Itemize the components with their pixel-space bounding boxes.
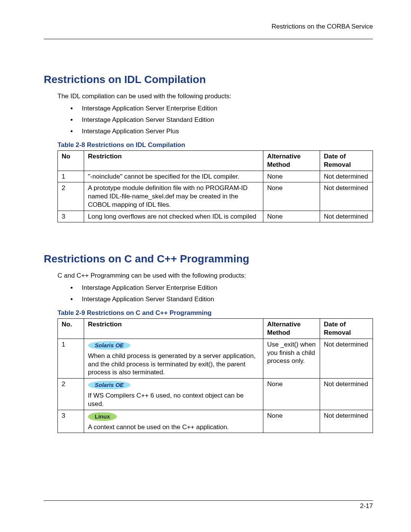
- page-footer: 2-17: [44, 500, 373, 510]
- cell-restriction: A prototype module definition file with …: [84, 182, 263, 211]
- cell-restriction: "-noinclude" cannot be specified for the…: [84, 171, 263, 182]
- cell-restriction: Long long overflows are not checked when…: [84, 211, 263, 222]
- restriction-text: When a child process is generated by a s…: [88, 352, 260, 377]
- th-no: No.: [58, 319, 84, 339]
- cell-date: Not determined: [320, 410, 373, 433]
- table-row: 3LinuxA context cannot be used on the C+…: [58, 410, 373, 433]
- solaris-badge-icon: Solaris OE: [88, 381, 131, 389]
- cell-no: 2: [58, 379, 84, 410]
- cell-no: 1: [58, 171, 84, 182]
- cell-date: Not determined: [320, 211, 373, 222]
- product-item: Interstage Application Server Plus: [70, 128, 373, 135]
- cell-restriction: Solaris OEWhen a child process is genera…: [84, 339, 263, 378]
- cell-restriction: LinuxA context cannot be used on the C++…: [84, 410, 263, 433]
- cell-date: Not determined: [320, 171, 373, 182]
- section1-intro: The IDL compilation can be used with the…: [57, 93, 373, 100]
- table-idl-restrictions: No Restriction Alternative Method Date o…: [57, 150, 373, 222]
- solaris-badge-icon: Solaris OE: [88, 341, 131, 350]
- th-no: No: [58, 151, 84, 171]
- table2-caption: Table 2-9 Restrictions on C and C++ Prog…: [57, 309, 373, 317]
- table-row: 2A prototype module definition file with…: [58, 182, 373, 211]
- th-alt: Alternative Method: [263, 151, 320, 171]
- table-row: 3Long long overflows are not checked whe…: [58, 211, 373, 222]
- cell-no: 2: [58, 182, 84, 211]
- product-item: Interstage Application Server Standard E…: [70, 296, 373, 303]
- product-item: Interstage Application Server Enterprise…: [70, 105, 373, 112]
- cell-alt: Use _exit() when you finish a child proc…: [263, 339, 320, 378]
- cell-alt: None: [263, 410, 320, 433]
- cell-no: 3: [58, 410, 84, 433]
- th-date: Date of Removal: [320, 151, 373, 171]
- cell-no: 3: [58, 211, 84, 222]
- table-row: 1"-noinclude" cannot be specified for th…: [58, 171, 373, 182]
- th-date: Date of Removal: [320, 319, 373, 339]
- table-c-cpp-restrictions: No. Restriction Alternative Method Date …: [57, 318, 373, 433]
- cell-date: Not determined: [320, 182, 373, 211]
- cell-no: 1: [58, 339, 84, 378]
- cell-date: Not determined: [320, 379, 373, 410]
- section-heading-c-cpp: Restrictions on C and C++ Programming: [44, 253, 373, 265]
- th-restriction: Restriction: [84, 319, 263, 339]
- cell-alt: None: [263, 379, 320, 410]
- cell-restriction: Solaris OEIf WS Compilers C++ 6 used, no…: [84, 379, 263, 410]
- page-header-text: Restrictions on the CORBA Service: [44, 23, 373, 30]
- product-item: Interstage Application Server Standard E…: [70, 116, 373, 124]
- restriction-text: A context cannot be used on the C++ appl…: [88, 423, 260, 431]
- table-row: 2Solaris OEIf WS Compilers C++ 6 used, n…: [58, 379, 373, 410]
- table1-caption: Table 2-8 Restrictions on IDL Compilatio…: [57, 141, 373, 149]
- cell-alt: None: [263, 171, 320, 182]
- table-row: 1Solaris OEWhen a child process is gener…: [58, 339, 373, 378]
- product-item: Interstage Application Server Enterprise…: [70, 284, 373, 292]
- th-restriction: Restriction: [84, 151, 263, 171]
- footer-rule: [44, 500, 373, 501]
- page-number: 2-17: [44, 502, 373, 510]
- section2-intro: C and C++ Programming can be used with t…: [57, 272, 373, 280]
- section-heading-idl: Restrictions on IDL Compilation: [44, 73, 373, 86]
- linux-badge-icon: Linux: [88, 412, 117, 421]
- restriction-text: If WS Compilers C++ 6 used, no context o…: [88, 391, 260, 408]
- cell-alt: None: [263, 182, 320, 211]
- th-alt: Alternative Method: [263, 319, 320, 339]
- cell-alt: None: [263, 211, 320, 222]
- header-rule: [44, 39, 373, 39]
- cell-date: Not determined: [320, 339, 373, 378]
